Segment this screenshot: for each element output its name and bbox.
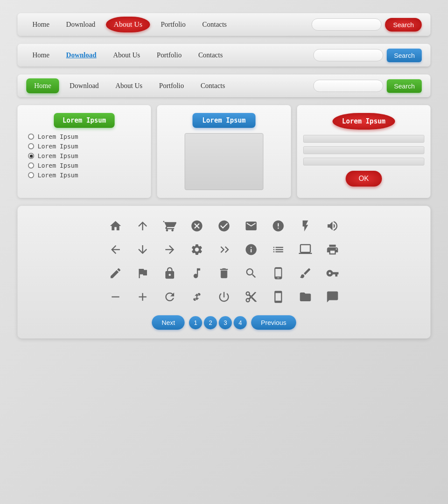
- radio-label-5: Lorem Ipsum: [38, 172, 78, 179]
- nav-download-1[interactable]: Download: [60, 18, 102, 31]
- key-icon[interactable]: [323, 264, 342, 283]
- printer-icon[interactable]: [323, 240, 342, 259]
- nav-aboutus-3[interactable]: About Us: [109, 79, 149, 92]
- minus-icon[interactable]: [106, 287, 125, 307]
- nav-links-3: Home Download About Us Portfolio Contact…: [26, 78, 313, 93]
- chat-icon[interactable]: [323, 287, 342, 307]
- search-icon[interactable]: [242, 264, 261, 283]
- exclamation-icon[interactable]: [269, 216, 288, 236]
- nav-portfolio-2[interactable]: Portfolio: [150, 49, 188, 62]
- page-numbers: 1 2 3 4: [189, 316, 247, 329]
- smartphone-icon[interactable]: [269, 287, 288, 307]
- radio-circle-2[interactable]: [28, 143, 34, 149]
- search-button-1[interactable]: Search: [385, 18, 422, 32]
- nav-home-1[interactable]: Home: [26, 18, 56, 31]
- radio-label-4: Lorem Ipsum: [38, 162, 78, 169]
- mail-icon[interactable]: [242, 216, 261, 236]
- scissors-icon[interactable]: [242, 287, 261, 307]
- page-2[interactable]: 2: [204, 316, 217, 329]
- widget-row: Lorem Ipsum Lorem Ipsum Lorem Ipsum Lore…: [18, 105, 430, 198]
- info-icon[interactable]: [242, 240, 261, 259]
- nav-search-area-2: Search: [313, 49, 422, 62]
- pen-icon[interactable]: [296, 264, 315, 283]
- arrow-left-icon[interactable]: [106, 240, 125, 259]
- page-4[interactable]: 4: [234, 316, 247, 329]
- refresh-icon[interactable]: [160, 287, 179, 307]
- lock-icon[interactable]: [160, 264, 179, 283]
- nav-bar-1: Home Download About Us Portfolio Contact…: [18, 13, 430, 36]
- power-icon[interactable]: [214, 287, 234, 307]
- check-circle-icon[interactable]: [214, 216, 234, 236]
- radio-item-4[interactable]: Lorem Ipsum: [28, 162, 145, 169]
- search-input-1[interactable]: [312, 18, 382, 31]
- radio-item-3[interactable]: Lorem Ipsum: [28, 152, 145, 159]
- previous-button[interactable]: Previous: [251, 315, 296, 330]
- nav-portfolio-3[interactable]: Portfolio: [153, 79, 190, 92]
- search-button-2[interactable]: Search: [387, 49, 422, 62]
- settings-icon[interactable]: [187, 240, 206, 259]
- arrow-right-icon[interactable]: [160, 240, 179, 259]
- music-icon[interactable]: [187, 264, 206, 283]
- text-line-2: [303, 146, 424, 154]
- nav-search-area-1: Search: [312, 18, 422, 32]
- search-input-2[interactable]: [313, 49, 383, 61]
- home-icon[interactable]: [106, 216, 125, 236]
- cart-icon[interactable]: [160, 216, 179, 236]
- widget-card-1: Lorem Ipsum Lorem Ipsum Lorem Ipsum Lore…: [18, 105, 151, 198]
- radio-circle-1[interactable]: [28, 134, 34, 140]
- nav-search-area-3: Search: [313, 79, 422, 93]
- mobile-icon[interactable]: [269, 264, 288, 283]
- nav-contacts-3[interactable]: Contacts: [194, 79, 231, 92]
- trash-icon[interactable]: [214, 264, 234, 283]
- nav-aboutus-2[interactable]: About Us: [107, 49, 146, 62]
- arrow-down-icon[interactable]: [133, 240, 152, 259]
- arrow-up-icon[interactable]: [133, 216, 152, 236]
- monitor-icon[interactable]: [296, 240, 315, 259]
- icon-row-4: [31, 287, 417, 307]
- text-line-3: [303, 158, 424, 166]
- nav-links-2: Home Download About Us Portfolio Contact…: [26, 49, 313, 62]
- next-button[interactable]: Next: [152, 315, 185, 330]
- nav-contacts-2[interactable]: Contacts: [192, 49, 229, 62]
- page-1[interactable]: 1: [189, 316, 202, 329]
- recycle-icon[interactable]: [187, 287, 206, 307]
- radio-list: Lorem Ipsum Lorem Ipsum Lorem Ipsum Lore…: [24, 133, 145, 179]
- nav-portfolio-1[interactable]: Portfolio: [154, 18, 192, 31]
- widget-3-badge: Lorem Ipsum: [332, 113, 395, 130]
- list-icon[interactable]: [269, 240, 288, 259]
- widget-1-badge: Lorem Ipsum: [54, 113, 115, 128]
- nav-download-2[interactable]: Download: [60, 49, 102, 62]
- nav-home-3[interactable]: Home: [26, 78, 59, 93]
- nav-aboutus-1[interactable]: About Us: [106, 17, 150, 32]
- radio-circle-4[interactable]: [28, 162, 34, 169]
- pagination: Next 1 2 3 4 Previous: [31, 315, 417, 330]
- radio-item-5[interactable]: Lorem Ipsum: [28, 172, 145, 179]
- nav-home-2[interactable]: Home: [26, 49, 56, 62]
- search-input-3[interactable]: [313, 80, 383, 92]
- nav-contacts-1[interactable]: Contacts: [196, 18, 233, 31]
- plus-icon[interactable]: [133, 287, 152, 307]
- icon-row-1: [31, 216, 417, 236]
- widget-card-2: Lorem Ipsum: [157, 105, 290, 198]
- lightning-icon[interactable]: [296, 216, 315, 236]
- text-line-1: [303, 135, 424, 143]
- ok-button[interactable]: OK: [346, 171, 382, 187]
- widget-2-badge: Lorem Ipsum: [192, 113, 255, 128]
- radio-item-1[interactable]: Lorem Ipsum: [28, 133, 145, 140]
- radio-circle-5[interactable]: [28, 172, 34, 178]
- search-button-3[interactable]: Search: [387, 79, 422, 93]
- nav-bar-2: Home Download About Us Portfolio Contact…: [18, 44, 430, 67]
- page-3[interactable]: 3: [219, 316, 232, 329]
- flag-icon[interactable]: [133, 264, 152, 283]
- icon-row-2: [31, 240, 417, 259]
- radio-item-2[interactable]: Lorem Ipsum: [28, 143, 145, 150]
- volume-icon[interactable]: [323, 216, 342, 236]
- radio-label-2: Lorem Ipsum: [38, 143, 78, 150]
- radio-label-1: Lorem Ipsum: [38, 133, 78, 140]
- radio-circle-3[interactable]: [28, 153, 34, 159]
- close-circle-icon[interactable]: [187, 216, 206, 236]
- edit-icon[interactable]: [106, 264, 125, 283]
- nav-download-3[interactable]: Download: [63, 79, 105, 92]
- fast-forward-icon[interactable]: [214, 240, 234, 259]
- folder-icon[interactable]: [296, 287, 315, 307]
